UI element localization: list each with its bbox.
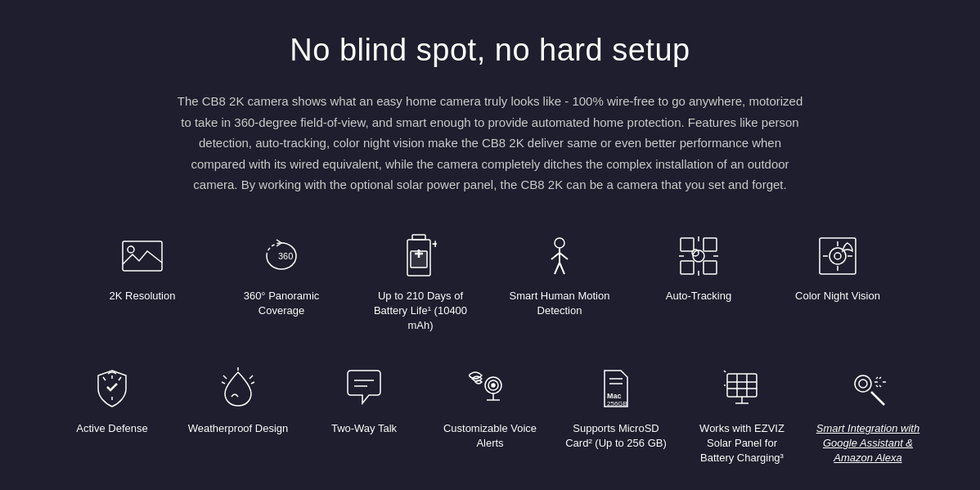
svg-text:Mac: Mac xyxy=(607,392,622,400)
svg-text:+: + xyxy=(432,237,437,250)
chat-icon xyxy=(341,366,387,411)
svg-point-20 xyxy=(692,249,699,256)
feature-smart-integration[interactable]: Smart Integration with Google Assistant … xyxy=(805,357,931,474)
feature-color-night: Color Night Vision xyxy=(768,225,907,342)
tracking-icon xyxy=(676,233,722,279)
features-row-2: Active Defense Weatherproof Design xyxy=(49,357,931,474)
feature-two-way-talk: Two-Way Talk xyxy=(301,357,427,474)
svg-point-63 xyxy=(859,380,867,388)
svg-rect-53 xyxy=(727,374,757,397)
svg-point-9 xyxy=(555,238,564,248)
svg-line-67 xyxy=(876,385,878,387)
features-row-1: 2K Resolution 360 360° Panoramic Coverag… xyxy=(49,225,931,342)
svg-line-11 xyxy=(551,253,560,259)
svg-line-39 xyxy=(249,375,253,379)
feature-smart-integration-label: Smart Integration with Google Assistant … xyxy=(815,421,921,466)
svg-point-46 xyxy=(492,384,495,387)
feature-2k-resolution-label: 2K Resolution xyxy=(110,289,176,303)
svg-line-66 xyxy=(876,377,878,379)
feature-human-motion-label: Smart Human Motion Detection xyxy=(500,289,619,318)
voice-icon xyxy=(467,366,513,411)
svg-point-62 xyxy=(855,375,871,392)
svg-line-38 xyxy=(222,382,225,384)
page-description: The CB8 2K camera shows what an easy hom… xyxy=(171,91,809,196)
svg-line-14 xyxy=(560,263,564,274)
svg-rect-8 xyxy=(411,251,427,267)
svg-line-60 xyxy=(724,371,726,372)
battery-icon: + xyxy=(398,233,443,279)
feature-360-panoramic-label: 360° Panoramic Coverage xyxy=(222,289,341,318)
feature-solar-panel-label: Works with EZVIZ Solar Panel for Battery… xyxy=(689,421,795,466)
feature-battery-life: + Up to 210 Days of Battery Life¹ (10400… xyxy=(351,225,490,342)
feature-battery-life-label: Up to 210 Days of Battery Life¹ (10400 m… xyxy=(361,289,480,334)
solar-icon xyxy=(719,366,765,411)
feature-human-motion: Smart Human Motion Detection xyxy=(490,225,629,342)
svg-point-1 xyxy=(128,246,134,253)
assistant-icon xyxy=(845,366,891,411)
svg-line-12 xyxy=(560,253,568,259)
night-icon xyxy=(815,233,861,279)
feature-auto-tracking-label: Auto-Tracking xyxy=(666,289,731,303)
feature-360-panoramic: 360 360° Panoramic Coverage xyxy=(212,225,351,342)
svg-line-64 xyxy=(871,392,884,405)
feature-active-defense-label: Active Defense xyxy=(76,421,147,436)
drop-icon xyxy=(215,366,261,411)
image-icon xyxy=(119,233,165,279)
feature-2k-resolution: 2K Resolution xyxy=(73,225,212,342)
feature-weatherproof-label: Weatherproof Design xyxy=(188,421,289,436)
defense-icon xyxy=(89,366,135,411)
svg-line-34 xyxy=(103,377,106,380)
feature-solar-panel: Works with EZVIZ Solar Panel for Battery… xyxy=(679,357,805,474)
sd-icon: Mac 256GB xyxy=(593,366,639,411)
svg-rect-15 xyxy=(681,238,694,251)
svg-rect-4 xyxy=(412,235,425,240)
svg-point-27 xyxy=(834,253,841,259)
svg-text:256GB: 256GB xyxy=(607,400,627,407)
feature-voice-alerts: Customizable Voice Alerts xyxy=(427,357,553,474)
feature-active-defense: Active Defense xyxy=(49,357,175,474)
feature-microsd-label: Supports MicroSD Card² (Up to 256 GB) xyxy=(563,421,669,451)
smart-integration-link[interactable]: Smart Integration with Google Assistant … xyxy=(816,422,919,464)
page-title: No blind spot, no hard setup xyxy=(290,33,690,68)
svg-text:360: 360 xyxy=(278,251,293,261)
feature-voice-alerts-label: Customizable Voice Alerts xyxy=(437,421,543,451)
svg-line-69 xyxy=(879,385,881,387)
feature-auto-tracking: Auto-Tracking xyxy=(629,225,768,342)
svg-rect-18 xyxy=(704,261,717,274)
feature-two-way-talk-label: Two-Way Talk xyxy=(331,421,397,436)
feature-microsd: Mac 256GB Supports MicroSD Card² (Up to … xyxy=(553,357,679,474)
svg-line-35 xyxy=(119,377,121,380)
svg-line-40 xyxy=(251,382,254,384)
svg-line-37 xyxy=(223,375,227,379)
svg-rect-16 xyxy=(704,238,717,251)
feature-color-night-label: Color Night Vision xyxy=(795,289,880,303)
svg-rect-17 xyxy=(681,261,694,274)
svg-line-68 xyxy=(879,377,881,379)
svg-rect-0 xyxy=(123,241,162,271)
rotate-icon: 360 xyxy=(258,233,304,279)
svg-line-13 xyxy=(555,263,560,274)
person-icon xyxy=(537,233,582,279)
page-container: No blind spot, no hard setup The CB8 2K … xyxy=(0,0,980,490)
feature-weatherproof: Weatherproof Design xyxy=(175,357,301,474)
